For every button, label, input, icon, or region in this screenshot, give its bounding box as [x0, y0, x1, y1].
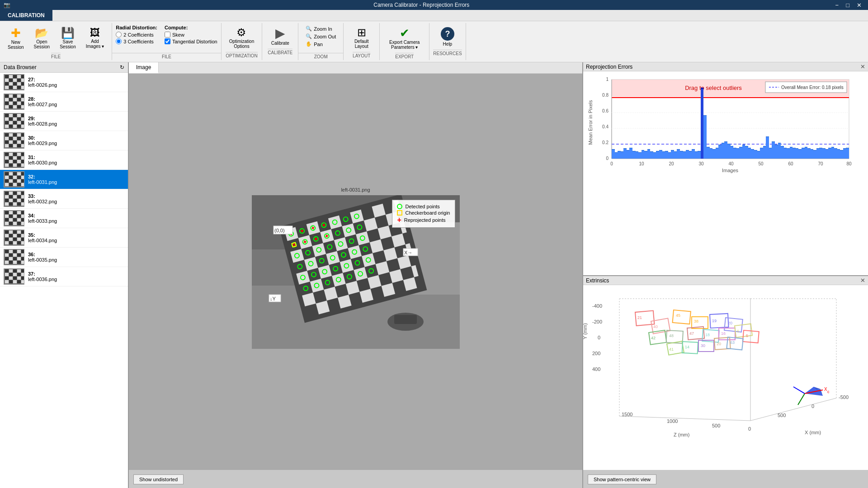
extrinsics-close-button[interactable]: ✕: [860, 277, 865, 284]
svg-rect-146: [21, 202, 24, 206]
svg-rect-49: [9, 117, 13, 121]
svg-rect-117: [9, 179, 13, 183]
svg-rect-79: [5, 144, 9, 147]
show-pattern-centric-button[interactable]: Show pattern-centric view: [588, 474, 656, 484]
list-item[interactable]: 37:left-0036.png: [0, 267, 128, 286]
svg-text:500: 500: [712, 423, 720, 428]
optimization-options-button[interactable]: ⚙ OptimizationOptions: [225, 25, 259, 51]
zoom-out-button[interactable]: 🔍 Zoom Out: [304, 33, 338, 40]
svg-rect-76: [13, 141, 17, 144]
svg-rect-103: [17, 164, 21, 167]
pan-button[interactable]: ✋ Pan: [304, 40, 338, 48]
svg-rect-196: [9, 253, 13, 257]
svg-rect-40: [17, 105, 21, 108]
title-bar-icon: 📷: [4, 2, 10, 8]
list-item[interactable]: 33:left-0032.png: [0, 189, 128, 209]
list-item[interactable]: 29:left-0028.png: [0, 112, 128, 131]
radio-2-coeff[interactable]: 2 Coefficients: [116, 32, 157, 38]
save-session-label: SaveSession: [60, 39, 76, 49]
list-item-info: 34:left-0033.png: [28, 213, 57, 224]
svg-rect-182: [17, 238, 21, 241]
svg-rect-211: [5, 269, 9, 272]
options-group-label: FILE: [112, 53, 221, 59]
close-button[interactable]: ✕: [854, 2, 864, 9]
svg-rect-96: [9, 160, 13, 163]
svg-rect-14: [17, 82, 21, 85]
svg-rect-90: [5, 156, 9, 160]
svg-rect-56: [17, 121, 21, 124]
help-button[interactable]: ? Help: [436, 25, 459, 49]
svg-rect-106: [5, 172, 9, 175]
list-item[interactable]: 32:left-0031.png: [0, 170, 128, 189]
calibrate-button[interactable]: ▶ Calibrate: [267, 25, 293, 48]
svg-rect-92: [13, 156, 17, 160]
zoom-in-button[interactable]: 🔍 Zoom In: [304, 25, 338, 33]
extrinsics-area: -400 -200 0 200 400 Y (mm) 1500 1000 500…: [583, 285, 868, 470]
list-item-info: 28:left-0027.png: [28, 96, 57, 107]
tangential-checkbox[interactable]: Tangential Distortion: [165, 38, 217, 44]
show-undistorted-button[interactable]: Show undistorted: [133, 474, 184, 484]
svg-rect-222: [9, 277, 13, 280]
new-session-button[interactable]: ✚ NewSession: [4, 25, 28, 52]
radio-3-coeff[interactable]: 3 Coefficients: [116, 38, 157, 44]
list-item[interactable]: 34:left-0033.png: [0, 209, 128, 228]
minimize-button[interactable]: −: [833, 2, 842, 9]
svg-text:1: 1: [606, 77, 609, 82]
data-browser-refresh-icon[interactable]: ↻: [120, 64, 124, 70]
svg-rect-124: [17, 183, 21, 186]
svg-rect-112: [9, 176, 13, 179]
reprojection-close-button[interactable]: ✕: [860, 63, 865, 70]
open-session-button[interactable]: 📂 OpenSession: [30, 25, 54, 52]
svg-rect-29: [13, 98, 17, 101]
svg-rect-141: [21, 199, 24, 202]
maximize-button[interactable]: □: [843, 2, 852, 9]
svg-rect-17: [9, 86, 13, 89]
svg-rect-122: [9, 183, 13, 186]
svg-rect-142: [5, 202, 9, 206]
svg-rect-197: [13, 253, 17, 257]
svg-rect-150: [13, 211, 17, 214]
export-params-button[interactable]: ✔ Export CameraParameters ▾: [385, 25, 424, 52]
svg-rect-69: [5, 137, 9, 140]
svg-rect-99: [21, 160, 24, 163]
image-tab[interactable]: Image: [129, 62, 159, 73]
list-item-info: 35:left-0034.png: [28, 232, 57, 243]
svg-rect-348: [394, 315, 417, 324]
save-session-button[interactable]: 💾 SaveSession: [56, 25, 80, 52]
list-item[interactable]: 28:left-0027.png: [0, 92, 128, 112]
svg-rect-46: [17, 114, 21, 117]
svg-text:14: 14: [685, 345, 689, 349]
skew-checkbox[interactable]: Skew: [165, 32, 217, 38]
svg-rect-178: [21, 234, 24, 237]
svg-rect-111: [5, 176, 9, 179]
list-item-number: 35:: [28, 232, 57, 238]
radial-label: Radial Distortion:: [116, 25, 157, 30]
list-item[interactable]: 30:left-0029.png: [0, 131, 128, 150]
svg-rect-157: [21, 215, 24, 218]
list-item[interactable]: 27:left-0026.png: [0, 73, 128, 92]
svg-rect-191: [9, 250, 13, 253]
svg-rect-156: [17, 215, 21, 218]
svg-rect-143: [9, 202, 13, 206]
list-item[interactable]: 31:left-0030.png: [0, 150, 128, 170]
svg-text:0.2: 0.2: [602, 140, 609, 145]
svg-rect-173: [21, 230, 24, 234]
zoom-out-icon: 🔍: [306, 33, 312, 39]
default-layout-button[interactable]: ⊞ DefaultLayout: [350, 25, 373, 51]
svg-rect-2: [9, 75, 13, 78]
svg-rect-144: [13, 202, 17, 206]
svg-text:Images: Images: [722, 168, 739, 173]
chart-bar[interactable]: [846, 148, 849, 159]
add-images-button[interactable]: 🖼 AddImages ▾: [82, 26, 108, 51]
svg-rect-108: [13, 172, 17, 175]
export-group: ✔ Export CameraParameters ▾ EXPORT: [380, 23, 429, 60]
list-item-filename: left-0030.png: [28, 160, 57, 165]
svg-text:50: 50: [758, 161, 764, 166]
list-item[interactable]: 35:left-0034.png: [0, 228, 128, 248]
calibration-tab[interactable]: CALIBRATION: [0, 10, 52, 21]
svg-rect-83: [21, 144, 24, 147]
svg-text:16: 16: [721, 331, 726, 336]
list-item[interactable]: 36:left-0035.png: [0, 248, 128, 267]
svg-text:0: 0: [606, 156, 609, 161]
data-browser-list[interactable]: 27:left-0026.png28:left-0027.png29:left-…: [0, 73, 128, 488]
